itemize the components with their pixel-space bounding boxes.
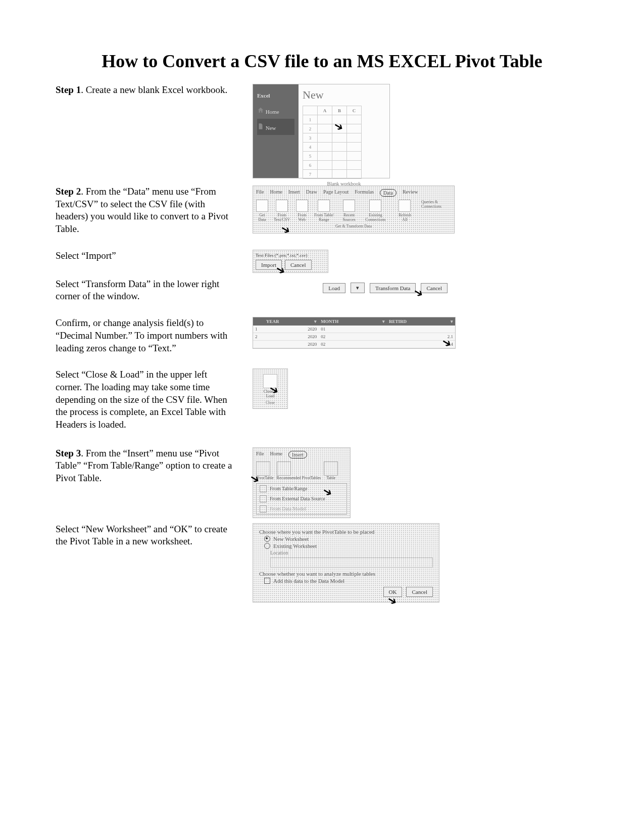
ribbon-refresh[interactable]: Refresh All <box>398 200 412 222</box>
ribbon-recent[interactable]: Recent Sources <box>340 200 359 222</box>
screenshot-load-buttons: Load ▾ Transform Data ➔ Cancel <box>253 278 455 298</box>
load-button[interactable]: Load <box>323 283 345 293</box>
menu-from-external[interactable]: From External Data Source <box>257 494 346 504</box>
load-drop-button[interactable]: ▾ <box>351 283 365 293</box>
chevron-down-icon[interactable]: ▾ <box>314 319 317 324</box>
table-row: 22020022.1 <box>253 333 455 341</box>
checkbox-icon <box>264 578 270 584</box>
ribbon-recommended[interactable]: Recommended PivotTables <box>277 461 321 480</box>
step2-closeload-text: Select “Close & Load” in the upper left … <box>56 368 232 431</box>
col-month[interactable]: MONTH▾ <box>319 317 387 326</box>
ribbon-queries-label: Queries & Connections <box>421 200 451 222</box>
step3-placement-text: Select “New Worksheet” and “OK” to creat… <box>56 523 232 548</box>
tab-insert[interactable]: Insert <box>288 189 300 197</box>
screenshot-import-dialog: Text Files (*.prn;*.txt;*.csv) Import Ca… <box>253 250 328 273</box>
cancel-button[interactable]: Cancel <box>421 283 448 293</box>
screenshot-query-table: YEAR▾ MONTH▾ RETIRD▾ 1202001 22020022.1 … <box>253 317 456 349</box>
new-nav-item[interactable]: New <box>257 119 294 135</box>
screenshot-placement-dialog: Choose where you want the PivotTable to … <box>253 523 439 603</box>
ribbon-fromtable[interactable]: From Table/ Range <box>312 200 335 222</box>
tab-file[interactable]: File <box>256 189 264 197</box>
step2-import-text: Select “Import” <box>56 250 232 262</box>
chevron-down-icon[interactable]: ▾ <box>382 319 385 324</box>
cancel-button[interactable]: Cancel <box>285 260 312 270</box>
ribbon-tabs: File Home Insert Draw Page Layout Formul… <box>256 189 451 197</box>
step1-label: Step 1 <box>56 84 81 95</box>
db-icon <box>260 495 267 502</box>
table-row: 1202001 <box>253 326 455 333</box>
col-retird[interactable]: RETIRD▾ <box>387 317 455 326</box>
cube-icon <box>260 505 267 513</box>
chevron-down-icon[interactable]: ▾ <box>451 319 453 324</box>
tab-pagelayout[interactable]: Page Layout <box>323 189 349 197</box>
col-year[interactable]: YEAR▾ <box>264 317 319 326</box>
tab-home[interactable]: Home <box>270 189 282 197</box>
ribbon-table[interactable]: Table <box>324 461 338 480</box>
page-title: How to Convert a CSV file to an MS EXCEL… <box>56 51 588 72</box>
home-nav-item[interactable]: Home <box>257 103 294 119</box>
step2-transform-text: Select “Transform Data” in the lower rig… <box>56 278 232 303</box>
step1-text: Step 1. Create a new blank Excel workboo… <box>56 84 232 97</box>
screenshot-close-load: Close & Load Close ➔ <box>253 368 288 409</box>
tab-draw[interactable]: Draw <box>306 189 317 197</box>
screenshot-excel-new: Excel Home New New ABC 1 2 <box>253 84 390 178</box>
home-icon <box>257 107 264 114</box>
tab-insert[interactable]: Insert <box>288 451 307 458</box>
tab-formulas[interactable]: Formulas <box>355 189 374 197</box>
ribbon-getdata[interactable]: Get Data <box>256 200 268 222</box>
radio-icon <box>264 543 270 549</box>
radio-icon <box>264 536 270 542</box>
step2-label: Step 2 <box>56 186 81 197</box>
opt-existing-worksheet[interactable]: Existing Worksheet <box>264 543 433 549</box>
screenshot-insert-pivot: File Home Insert PivotTable Recommended … <box>253 447 351 518</box>
menu-from-data-model[interactable]: From Data Model <box>257 504 346 514</box>
chk-data-model[interactable]: Add this data to the Data Model <box>264 578 433 584</box>
cancel-button[interactable]: Cancel <box>406 587 433 597</box>
transform-data-button[interactable]: Transform Data <box>370 283 416 293</box>
step2-text: Step 2. From the “Data” menu use “From T… <box>56 186 232 236</box>
ribbon-fromtextcsv[interactable]: From Text/CSV <box>272 200 291 222</box>
tab-file[interactable]: File <box>256 451 264 458</box>
blank-grid[interactable]: ABC 1 2 3 4 5 6 7 <box>303 106 362 179</box>
table-row: 2020022.4 <box>253 341 455 348</box>
close-group-label: Close <box>253 400 287 405</box>
step3-text: Step 3. From the “Insert” menu use “Pivo… <box>56 447 232 485</box>
doc-icon <box>257 123 264 130</box>
ribbon-fromweb[interactable]: From Web <box>295 200 308 222</box>
step2-confirm-text: Confirm, or change analysis field(s) to … <box>56 317 232 354</box>
multiple-tables-question: Choose whether you want to analyze multi… <box>259 571 433 577</box>
tab-data[interactable]: Data <box>380 189 397 197</box>
opt-new-worksheet[interactable]: New Worksheet <box>264 536 433 542</box>
ribbon-existing[interactable]: Existing Connections <box>363 200 388 222</box>
location-field[interactable] <box>270 558 433 568</box>
location-label: Location <box>270 550 433 555</box>
screenshot-data-ribbon: File Home Insert Draw Page Layout Formul… <box>253 186 455 234</box>
new-title: New <box>303 88 385 102</box>
excel-app-label: Excel <box>257 88 294 103</box>
tab-home[interactable]: Home <box>270 451 282 458</box>
filetype-label: Text Files (*.prn;*.txt;*.csv) <box>256 253 325 258</box>
tab-review[interactable]: Review <box>403 189 418 197</box>
table-icon <box>260 485 267 492</box>
placement-question: Choose where you want the PivotTable to … <box>259 529 433 535</box>
step3-label: Step 3 <box>56 448 81 458</box>
